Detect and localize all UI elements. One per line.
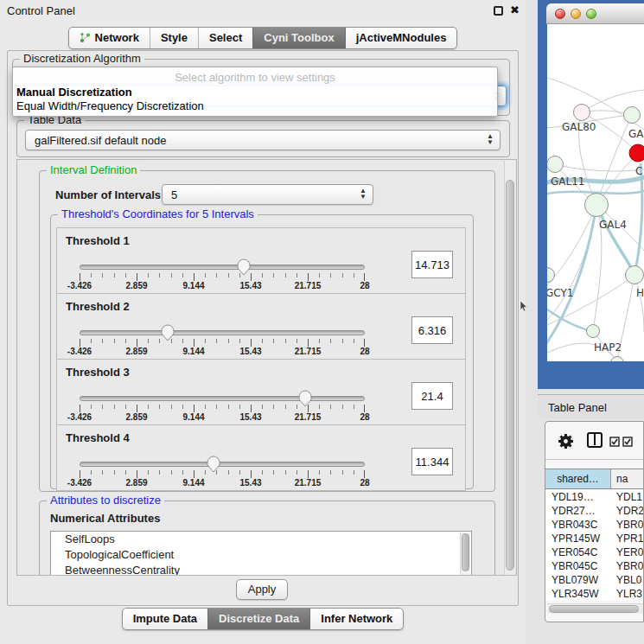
settings-vertical-scrollbar[interactable] xyxy=(504,161,515,576)
slider-track[interactable] xyxy=(80,462,365,467)
node-gcy1[interactable] xyxy=(547,268,555,283)
slider-scale-labels: -3.4262.8599.144 15.4321.71528 xyxy=(80,478,365,488)
node-right-mid[interactable] xyxy=(626,266,644,284)
table-row[interactable]: YLR345WYLR3 xyxy=(545,587,644,601)
tab-discretize-data[interactable]: Discretize Data xyxy=(207,609,309,629)
zoom-traffic-light-icon[interactable] xyxy=(586,9,596,19)
table-row[interactable]: YBR043CYBR0 xyxy=(545,518,644,532)
table-panel: shared… na YDL19…YDL1 YDR27…YDR2 YBR043C… xyxy=(545,421,644,622)
table-toolbar xyxy=(545,422,643,460)
slider-track[interactable] xyxy=(80,396,365,401)
threshold-2-panel: Threshold 2 -3.4262.8599.144 15.4321.715… xyxy=(56,293,466,360)
threshold-2-slider[interactable]: -3.4262.8599.144 15.4321.71528 xyxy=(80,327,365,356)
table-data-combobox[interactable]: galFiltered.sif default node ▲▼ xyxy=(25,130,501,150)
table-panel-titlebar: Table Panel xyxy=(538,394,644,418)
tab-style[interactable]: Style xyxy=(150,28,198,48)
node-hap2[interactable] xyxy=(587,325,600,338)
node-selected-red[interactable] xyxy=(629,144,644,162)
node-label-gal80: GAL80 xyxy=(562,121,596,133)
table-horizontal-scrollbar[interactable] xyxy=(547,603,643,614)
threshold-2-label: Threshold 2 xyxy=(66,300,130,313)
table-header-row: shared… na xyxy=(545,469,644,489)
slider-thumb[interactable] xyxy=(297,389,313,407)
slider-thumb[interactable] xyxy=(236,258,252,276)
network-window-titlebar[interactable] xyxy=(546,3,644,24)
tab-jactivemnodules[interactable]: jActiveMNodules xyxy=(345,28,457,48)
tab-select[interactable]: Select xyxy=(198,28,252,48)
column-layout-icon[interactable] xyxy=(587,432,603,448)
minimize-traffic-light-icon[interactable] xyxy=(571,9,581,19)
numerical-attributes-label: Numerical Attributes xyxy=(50,512,160,525)
threshold-1-value-field[interactable] xyxy=(411,251,453,278)
slider-track[interactable] xyxy=(80,265,365,270)
threshold-coordinates-group: Threshold's Coordinates for 5 Intervals … xyxy=(50,214,474,489)
threshold-3-label: Threshold 3 xyxy=(66,366,130,379)
table-row[interactable]: YPR145WYPR1 xyxy=(545,532,644,545)
network-view-window: GAL80 GA C GAL11 GAL4 GCY1 H HAP2 xyxy=(538,0,644,389)
scrollbar-thumb[interactable] xyxy=(506,180,514,571)
tab-infer-network[interactable]: Infer Network xyxy=(309,609,403,629)
table-row[interactable]: YER054CYER0 xyxy=(545,545,644,559)
slider-scale-labels: -3.4262.8599.144 15.4321.71528 xyxy=(80,347,365,357)
tab-impute-data[interactable]: Impute Data xyxy=(123,609,207,629)
threshold-1-slider[interactable]: -3.4262.8599.144 15.4321.71528 xyxy=(80,261,365,290)
slider-thumb[interactable] xyxy=(160,323,175,341)
table-row[interactable]: YDR27…YDR2 xyxy=(545,504,644,518)
scrollbar-thumb[interactable] xyxy=(549,605,639,613)
dropdown-prompt-item[interactable]: Select algorithm to view settings xyxy=(13,71,497,84)
threshold-4-value-field[interactable] xyxy=(411,448,453,475)
node-label-cut-right: GA xyxy=(628,128,644,140)
control-panel-titlebar: Control Panel ✖ xyxy=(0,0,526,21)
slider-scale-labels: -3.4262.8599.144 15.4321.71528 xyxy=(80,412,365,423)
checkbox-row-icon[interactable] xyxy=(622,437,633,447)
threshold-4-slider[interactable]: -3.4262.8599.144 15.4321.71528 xyxy=(80,458,365,488)
threshold-2-value-field[interactable] xyxy=(411,316,453,344)
table-row[interactable]: YDL19…YDL1 xyxy=(545,490,644,504)
column-header-shared-name[interactable]: shared… xyxy=(545,469,611,488)
stepper-arrows-icon: ▲▼ xyxy=(360,188,367,200)
threshold-3-value-field[interactable] xyxy=(411,382,453,410)
node-label-cut-red: C xyxy=(635,165,642,177)
threshold-4-label: Threshold 4 xyxy=(66,431,130,444)
network-canvas[interactable]: GAL80 GA C GAL11 GAL4 GCY1 H HAP2 xyxy=(547,24,644,361)
close-traffic-light-icon[interactable] xyxy=(555,9,565,19)
slider-major-ticks xyxy=(80,405,365,412)
column-header-name[interactable]: na xyxy=(611,469,644,488)
checkbox-column-icon[interactable] xyxy=(609,437,620,447)
node-bottom-partial[interactable] xyxy=(611,357,624,362)
tab-network[interactable]: Network xyxy=(69,28,150,48)
list-scrollbar[interactable] xyxy=(460,532,470,576)
slider-track[interactable] xyxy=(80,330,365,335)
gear-icon[interactable] xyxy=(558,433,574,450)
node-gal11[interactable] xyxy=(547,156,564,173)
number-of-intervals-combobox[interactable]: 5 ▲▼ xyxy=(162,184,373,205)
slider-scale-labels: -3.4262.8599.144 15.4321.71528 xyxy=(80,281,365,291)
threshold-3-panel: Threshold 3 -3.4262.8599.144 15.4321.715… xyxy=(56,359,466,425)
slider-major-ticks xyxy=(80,273,365,281)
dropdown-item-manual-discretization[interactable]: Manual Discretization xyxy=(16,86,132,99)
tab-cyni-toolbox[interactable]: Cyni Toolbox xyxy=(252,28,344,48)
table-row[interactable]: YBR045CYBR0 xyxy=(545,559,644,573)
node-gal4[interactable] xyxy=(585,194,609,217)
table-row[interactable]: YBL079WYBL0 xyxy=(545,573,644,587)
list-item-betweennesscentrality[interactable]: BetweennessCentrality xyxy=(51,563,471,576)
node-right-top[interactable] xyxy=(624,107,641,124)
close-icon[interactable]: ✖ xyxy=(510,3,520,16)
table-data-group: Table Data galFiltered.sif default node … xyxy=(16,120,510,157)
bottom-tab-bar: Impute Data Discretize Data Infer Networ… xyxy=(0,608,526,630)
apply-button[interactable]: Apply xyxy=(236,579,288,600)
node-label-gal11: GAL11 xyxy=(551,175,584,188)
threshold-3-slider[interactable]: -3.4262.8599.144 15.4321.71528 xyxy=(80,392,365,422)
node-gal80[interactable] xyxy=(574,105,590,121)
table-panel-region: Table Panel xyxy=(538,389,644,644)
list-item-topologicalcoefficient[interactable]: TopologicalCoefficient xyxy=(51,547,471,563)
dropdown-item-equal-width-frequency[interactable]: Equal Width/Frequency Discretization xyxy=(16,99,204,112)
mouse-cursor xyxy=(520,301,527,312)
list-item-selfloops[interactable]: SelfLoops xyxy=(51,532,471,547)
node-label-hap2: HAP2 xyxy=(594,341,622,354)
slider-thumb[interactable] xyxy=(206,455,221,473)
stepper-arrows-icon: ▲▼ xyxy=(487,133,494,145)
threshold-1-label: Threshold 1 xyxy=(66,234,130,247)
node-label-cut-h: H xyxy=(636,287,644,299)
float-window-icon[interactable] xyxy=(494,6,503,16)
